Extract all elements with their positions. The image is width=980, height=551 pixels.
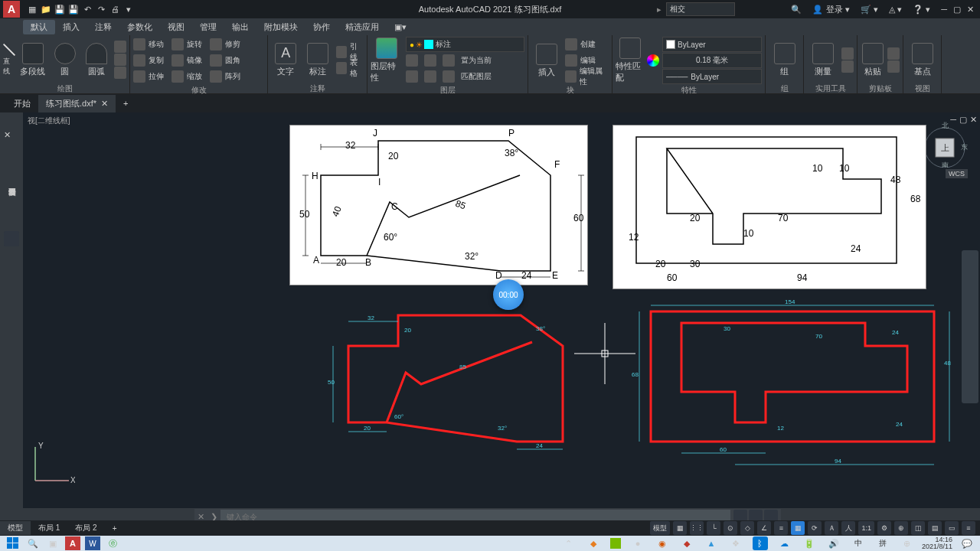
tray-icon[interactable]: ❖ bbox=[728, 536, 743, 550]
block-create-icon[interactable] bbox=[565, 38, 577, 51]
viewcube[interactable]: 上 北 南 东 WCS bbox=[922, 122, 968, 168]
tray-nvidia-icon[interactable] bbox=[610, 538, 621, 549]
polar-icon[interactable]: ⊙ bbox=[724, 521, 737, 535]
osnap-icon[interactable]: ◇ bbox=[740, 521, 754, 535]
color-picker-icon[interactable] bbox=[647, 54, 659, 67]
filetab-current[interactable]: 练习图纸.dxf*✕ bbox=[38, 95, 116, 112]
table-icon[interactable] bbox=[336, 62, 347, 74]
minimize-button[interactable]: ─ bbox=[941, 5, 947, 15]
tab-layout1[interactable]: 布局 1 bbox=[31, 521, 67, 535]
rotate-icon[interactable] bbox=[172, 38, 184, 51]
circle-button[interactable]: 圆 bbox=[51, 37, 80, 83]
paste-button[interactable]: 粘贴 bbox=[861, 37, 884, 83]
tray-battery-icon[interactable]: 🔋 bbox=[802, 536, 817, 550]
browser-taskbar-icon[interactable]: ⓔ bbox=[105, 536, 120, 550]
qat-more-icon[interactable]: ▾ bbox=[122, 3, 135, 15]
move-icon[interactable] bbox=[133, 38, 145, 51]
linetype-dropdown[interactable]: ────ByLayer bbox=[662, 69, 762, 84]
layer-props-button[interactable]: 图层特性 bbox=[371, 37, 403, 83]
text-button[interactable]: A文字 bbox=[271, 37, 300, 83]
tray-icon[interactable]: ◆ bbox=[586, 536, 601, 550]
qat-redo-icon[interactable]: ↷ bbox=[95, 3, 107, 15]
qat-saveas-icon[interactable]: 💾 bbox=[67, 3, 80, 15]
layer-tool-icon[interactable] bbox=[424, 70, 436, 83]
tray-icon[interactable]: ⌃ bbox=[561, 536, 577, 550]
drawing-viewport[interactable]: 视[二维线框] ─ ▢ ✕ 上 北 南 东 WCS J P F H bbox=[23, 112, 980, 508]
stretch-icon[interactable] bbox=[133, 70, 145, 83]
block-edit-icon[interactable] bbox=[565, 54, 577, 67]
lineweight-dropdown[interactable]: 0.18 毫米 bbox=[662, 53, 762, 68]
trim-icon[interactable] bbox=[210, 38, 222, 51]
a360-icon[interactable]: ◬ ▾ bbox=[889, 5, 902, 15]
layer-tool-icon[interactable] bbox=[443, 70, 455, 83]
filetab-close-icon[interactable]: ✕ bbox=[101, 99, 108, 109]
tab-view[interactable]: 视图 bbox=[160, 20, 192, 34]
block-attr-icon[interactable] bbox=[565, 70, 577, 83]
lineweight-icon[interactable]: ≡ bbox=[774, 521, 788, 535]
ime-mode[interactable]: 拼 bbox=[875, 536, 890, 550]
basepoint-button[interactable]: 基点 bbox=[906, 37, 938, 83]
draw-tool-icon[interactable] bbox=[114, 67, 126, 79]
status-model[interactable]: 模型 bbox=[650, 521, 670, 535]
array-icon[interactable] bbox=[210, 70, 222, 83]
draw-tool-icon[interactable] bbox=[114, 41, 126, 53]
ortho-icon[interactable]: └ bbox=[707, 521, 720, 535]
taskview-icon[interactable]: ▣ bbox=[45, 536, 60, 550]
mirror-icon[interactable] bbox=[172, 54, 184, 67]
tab-insert[interactable]: 插入 bbox=[55, 20, 87, 34]
gear-icon[interactable]: ⚙ bbox=[877, 521, 891, 535]
snap-icon[interactable]: ⋮⋮ bbox=[690, 521, 704, 535]
layer-color-dropdown[interactable]: ByLayer bbox=[662, 37, 762, 52]
tray-icon[interactable]: ◆ bbox=[679, 536, 694, 550]
tab-addons[interactable]: 附加模块 bbox=[256, 20, 305, 34]
clean-icon[interactable]: ▭ bbox=[945, 521, 959, 535]
match-props-button[interactable]: 特性匹配 bbox=[616, 37, 644, 83]
help-icon[interactable]: ❔ ▾ bbox=[913, 5, 930, 15]
tab-collab[interactable]: 协作 bbox=[305, 20, 338, 34]
layer-tool-icon[interactable] bbox=[406, 70, 418, 83]
filetab-start[interactable]: 开始 bbox=[6, 95, 38, 112]
ime-lang[interactable]: 中 bbox=[851, 536, 866, 550]
copy-icon[interactable] bbox=[133, 54, 145, 67]
tab-featured[interactable]: 精选应用 bbox=[338, 20, 387, 34]
login-button[interactable]: 👤登录 ▾ bbox=[812, 4, 850, 15]
vp-close-icon[interactable]: ✕ bbox=[970, 115, 977, 125]
ucs-icon[interactable]: YX bbox=[29, 441, 75, 488]
close-button[interactable]: ✕ bbox=[967, 5, 974, 15]
tray-bluetooth-icon[interactable]: ᛒ bbox=[753, 536, 768, 550]
close-palette-icon[interactable]: ✕ bbox=[4, 130, 19, 145]
tab-default[interactable]: 默认 bbox=[23, 20, 55, 34]
qat-save-icon[interactable]: 💾 bbox=[54, 3, 66, 15]
dim-button[interactable]: 标注 bbox=[303, 37, 332, 83]
clip-icon[interactable] bbox=[887, 60, 900, 73]
qat-undo-icon[interactable]: ↶ bbox=[81, 3, 93, 15]
cycling-icon[interactable]: ⟳ bbox=[808, 521, 822, 535]
filetab-add-button[interactable]: + bbox=[116, 96, 136, 111]
tab-model[interactable]: 模型 bbox=[0, 521, 31, 535]
annoscale-icon[interactable]: Ａ bbox=[825, 521, 838, 535]
measure-button[interactable]: 测量 bbox=[807, 37, 838, 83]
tray-icon[interactable]: ▲ bbox=[704, 536, 719, 550]
annoviz-icon[interactable]: 人 bbox=[841, 521, 855, 535]
layer-tool-icon[interactable] bbox=[406, 54, 418, 67]
cad-drawing-1[interactable]: 3220 5020 8524 60°32° 38° bbox=[322, 308, 582, 462]
cart-icon[interactable]: 🛒 ▾ bbox=[861, 5, 878, 15]
tray-icon[interactable]: ⊕ bbox=[900, 536, 915, 550]
autocad-taskbar-icon[interactable]: A bbox=[65, 536, 80, 550]
insert-block-button[interactable]: 插入 bbox=[531, 37, 562, 83]
polyline-button[interactable]: 多段线 bbox=[18, 37, 47, 83]
qat-print-icon[interactable]: 🖨 bbox=[109, 3, 121, 15]
palette-icon[interactable] bbox=[4, 231, 19, 246]
clip-icon[interactable] bbox=[887, 47, 900, 60]
wcs-label[interactable]: WCS bbox=[946, 169, 968, 178]
tab-parametric[interactable]: 参数化 bbox=[119, 20, 160, 34]
tab-annotate[interactable]: 注释 bbox=[87, 20, 119, 34]
taskbar-search-icon[interactable]: 🔍 bbox=[25, 536, 41, 550]
visual-style-label[interactable]: 视[二维线框] bbox=[28, 116, 70, 126]
tab-layout2[interactable]: 布局 2 bbox=[67, 521, 104, 535]
isolate-icon[interactable]: ◫ bbox=[911, 521, 925, 535]
line-icon[interactable] bbox=[3, 44, 15, 56]
layer-dropdown[interactable]: ●☀标注 bbox=[406, 37, 524, 52]
tray-onedrive-icon[interactable]: ☁ bbox=[777, 536, 792, 550]
app-logo[interactable]: A bbox=[3, 1, 20, 18]
